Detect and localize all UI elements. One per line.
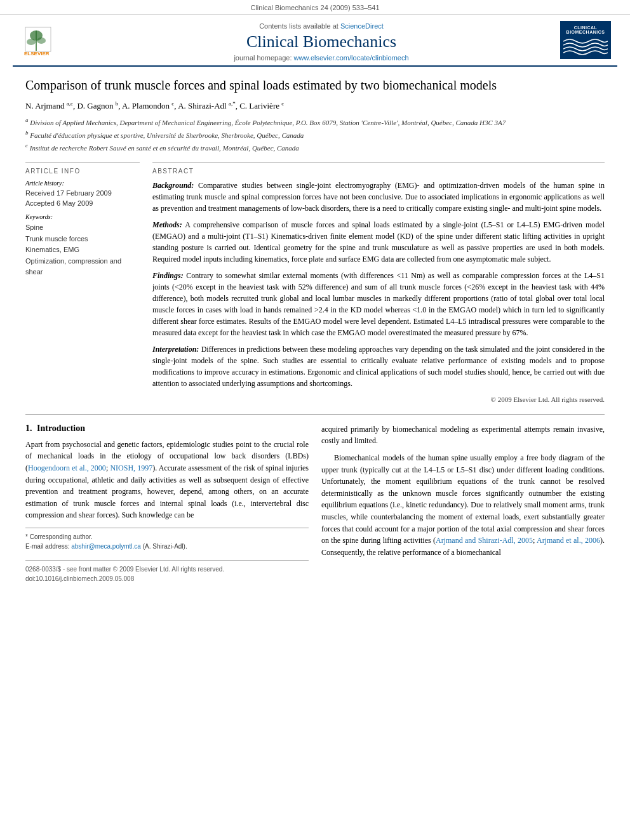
intro-left-text: Apart from psychosocial and genetic fact… <box>25 439 309 521</box>
introduction-section: 1. Introduction Apart from psychosocial … <box>25 423 605 583</box>
intro-right-column: acquired primarily by biomechanical mode… <box>321 423 605 583</box>
background-para: Background: Comparative studies between … <box>152 180 605 214</box>
doi-line: doi:10.1016/j.clinbiomech.2009.05.008 <box>25 574 309 583</box>
methods-text: A comprehensive comparison of muscle for… <box>152 220 605 263</box>
right-column: ABSTRACT Background: Comparative studies… <box>152 162 605 405</box>
affil-b: b Faculté d'éducation physique et sporti… <box>25 129 605 140</box>
journal-logo-text: CLINICALBIOMECHANICS <box>566 25 605 34</box>
section-number: 1. <box>25 423 32 433</box>
journal-header: ELSEVIER Contents lists available at Sci… <box>13 15 617 67</box>
methods-para: Methods: A comprehensive comparison of m… <box>152 219 605 265</box>
journal-title-section: Contents lists available at ScienceDirec… <box>89 20 554 65</box>
article-info-box: ARTICLE INFO Article history: Received 1… <box>25 162 140 278</box>
intro-right-text: acquired primarily by biomechanical mode… <box>321 423 605 559</box>
intro-para-right-1: acquired primarily by biomechanical mode… <box>321 423 605 447</box>
ref-arjmand-2005[interactable]: Arjmand and Shirazi-Adl, 2005 <box>436 536 533 545</box>
page: Clinical Biomechanics 24 (2009) 533–541 … <box>0 0 630 840</box>
journal-title: Clinical Biomechanics <box>95 32 547 51</box>
journal-reference: Clinical Biomechanics 24 (2009) 533–541 <box>250 4 379 11</box>
bottom-footer: 0268-0033/$ - see front matter © 2009 El… <box>25 560 309 583</box>
article-info-abstract: ARTICLE INFO Article history: Received 1… <box>25 162 605 405</box>
affil-c: c Institut de recherche Robert Sauvé en … <box>25 142 605 153</box>
accepted-date: Accepted 6 May 2009 <box>25 199 140 208</box>
email-note: E-mail address: abshir@meca.polymtl.ca (… <box>25 542 309 551</box>
methods-label: Methods: <box>152 220 182 229</box>
intro-left-column: 1. Introduction Apart from psychosocial … <box>25 423 309 583</box>
keyword-4: Optimization, compression and shear <box>25 256 140 278</box>
interpretation-label: Interpretation: <box>152 345 199 354</box>
ref-arjmand-2006[interactable]: Arjmand et al., 2006 <box>537 536 600 545</box>
ref-niosh[interactable]: NIOSH, 1997 <box>110 463 152 472</box>
findings-text: Contrary to somewhat similar external mo… <box>152 271 605 337</box>
journal-logo-box: CLINICALBIOMECHANICS <box>560 21 611 59</box>
keywords-label: Keywords: <box>25 213 140 220</box>
affil-a: a Division of Applied Mechanics, Departm… <box>25 116 605 128</box>
elsevier-logo: ELSEVIER <box>22 24 79 56</box>
star-label: * Corresponding author. <box>25 533 93 540</box>
keyword-1: Spine <box>25 222 140 234</box>
keyword-3: Kinematics, EMG <box>25 244 140 256</box>
abstract-text: Background: Comparative studies between … <box>152 180 605 405</box>
article-content: Comparison of trunk muscle forces and sp… <box>0 67 630 596</box>
copyright-line: © 2009 Elsevier Ltd. All rights reserved… <box>152 394 605 405</box>
svg-text:ELSEVIER: ELSEVIER <box>24 51 50 56</box>
elsevier-logo-section: ELSEVIER <box>13 20 89 65</box>
background-text: Comparative studies between single-joint… <box>152 181 605 213</box>
journal-logo-waves <box>563 36 608 55</box>
ref-hoogendoorn[interactable]: Hoogendoorn et al., 2000 <box>28 463 106 472</box>
abstract-box: ABSTRACT Background: Comparative studies… <box>152 162 605 405</box>
intro-heading: 1. Introduction <box>25 423 309 434</box>
sciencedirect-line: Contents lists available at ScienceDirec… <box>95 22 547 30</box>
findings-label: Findings: <box>152 271 184 280</box>
affiliations: a Division of Applied Mechanics, Departm… <box>25 116 605 153</box>
background-label: Background: <box>152 181 194 190</box>
article-title: Comparison of trunk muscle forces and sp… <box>25 77 605 93</box>
left-column: ARTICLE INFO Article history: Received 1… <box>25 162 140 405</box>
homepage-link[interactable]: www.elsevier.com/locate/clinbiomech <box>294 54 409 62</box>
interpretation-para: Interpretation: Differences in predictio… <box>152 343 605 389</box>
issn-line: 0268-0033/$ - see front matter © 2009 El… <box>25 564 309 574</box>
keywords-list: Spine Trunk muscle forces Kinematics, EM… <box>25 222 140 278</box>
article-history: Article history: Received 17 February 20… <box>25 180 140 208</box>
findings-para: Findings: Contrary to somewhat similar e… <box>152 270 605 338</box>
journal-reference-bar: Clinical Biomechanics 24 (2009) 533–541 <box>0 0 630 15</box>
journal-homepage: journal homepage: www.elsevier.com/locat… <box>95 54 547 62</box>
email-link[interactable]: abshir@meca.polymtl.ca <box>71 543 141 550</box>
article-info-label: ARTICLE INFO <box>25 168 140 175</box>
received-date: Received 17 February 2009 <box>25 189 140 198</box>
section-divider <box>25 414 605 415</box>
history-label: Article history: <box>25 180 140 187</box>
svg-point-4 <box>37 37 46 44</box>
corresponding-author-note: * Corresponding author. <box>25 532 309 542</box>
section-title: Introduction <box>37 423 85 433</box>
authors-line: N. Arjmand a,c, D. Gagnon b, A. Plamondo… <box>25 100 605 112</box>
interpretation-text: Differences in predictions between these… <box>152 345 605 388</box>
abstract-label: ABSTRACT <box>152 168 605 175</box>
keyword-2: Trunk muscle forces <box>25 234 140 245</box>
intro-para-right-2: Biomechanical models of the human spine … <box>321 452 605 558</box>
svg-point-3 <box>27 39 36 45</box>
keywords-section: Keywords: Spine Trunk muscle forces Kine… <box>25 213 140 278</box>
footer-notes: * Corresponding author. E-mail address: … <box>25 528 309 551</box>
intro-para-1: Apart from psychosocial and genetic fact… <box>25 439 309 521</box>
sciencedirect-link[interactable]: ScienceDirect <box>340 22 384 30</box>
journal-logo-section: CLINICALBIOMECHANICS <box>554 20 617 65</box>
